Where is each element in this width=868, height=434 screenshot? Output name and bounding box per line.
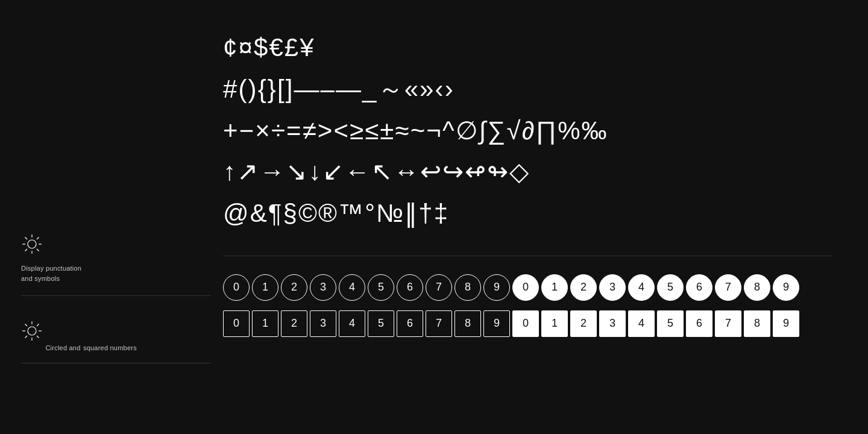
circled-8-outline: 8 <box>454 274 481 301</box>
sidebar-block-circled: Circled and squared numbers <box>21 296 190 353</box>
symbol-row-1: ¢¤$€£¥ <box>223 30 832 66</box>
circled-1-outline: 1 <box>252 274 278 301</box>
svg-line-5 <box>25 237 28 240</box>
svg-line-8 <box>25 249 28 251</box>
sun-icon-2 <box>21 320 43 342</box>
svg-line-16 <box>37 324 39 327</box>
circled-6-outline: 6 <box>397 274 423 301</box>
symbol-row-2: #(){}[]—–—_～«»‹› <box>223 72 832 107</box>
squared-7-filled: 7 <box>715 310 741 337</box>
symbol-row-5: @&¶§©®™°№‖†‡ <box>223 196 832 231</box>
circled-9-outline: 9 <box>483 274 510 301</box>
section-label-circled2: squared numbers <box>83 344 137 351</box>
circled-section: 0 1 2 3 4 5 6 7 8 9 0 1 2 3 4 5 6 7 8 9 <box>223 262 832 359</box>
circled-4-filled: 4 <box>628 274 655 301</box>
circled-3-outline: 3 <box>310 274 336 301</box>
squared-8-outline: 8 <box>454 310 481 337</box>
circled-1-filled: 1 <box>541 274 568 301</box>
svg-point-9 <box>28 327 36 335</box>
squared-0-outline: 0 <box>223 310 250 337</box>
circled-9-filled: 9 <box>773 274 799 301</box>
squared-2-outline: 2 <box>281 310 307 337</box>
circled-4-outline: 4 <box>339 274 365 301</box>
circled-2-outline: 2 <box>281 274 307 301</box>
circled-7-outline: 7 <box>426 274 452 301</box>
section-label-punctuation: Display punctuation <box>21 263 190 274</box>
circled-8-filled: 8 <box>744 274 770 301</box>
squared-2-filled: 2 <box>570 310 597 337</box>
symbol-row-4: ↑↗→↘↓↙←↖↔↩↪↫↬◇ <box>223 154 832 190</box>
svg-line-6 <box>37 249 39 251</box>
squared-4-outline: 4 <box>339 310 365 337</box>
squared-6-filled: 6 <box>686 310 712 337</box>
squared-3-filled: 3 <box>599 310 626 337</box>
content-area: ¢¤$€£¥ #(){}[]—–—_～«»‹› +−×÷=≠><≥≤±≈~¬^∅… <box>211 0 868 434</box>
squared-numbers-row: 0 1 2 3 4 5 6 7 8 9 0 1 2 3 4 5 6 7 8 9 <box>223 310 832 337</box>
circled-5-outline: 5 <box>368 274 394 301</box>
squared-0-filled: 0 <box>512 310 539 337</box>
svg-point-0 <box>28 240 36 248</box>
symbol-row-3: +−×÷=≠><≥≤±≈~¬^∅∫∑√∂∏%‰ <box>223 113 832 149</box>
squared-1-filled: 1 <box>541 310 568 337</box>
squared-6-outline: 6 <box>397 310 423 337</box>
section-label-punctuation2: and symbols <box>21 274 190 284</box>
circled-0-filled: 0 <box>512 274 539 301</box>
squared-5-outline: 5 <box>368 310 394 337</box>
circled-5-filled: 5 <box>657 274 684 301</box>
squared-8-filled: 8 <box>744 310 770 337</box>
circled-numbers-row: 0 1 2 3 4 5 6 7 8 9 0 1 2 3 4 5 6 7 8 9 <box>223 274 832 301</box>
squared-1-outline: 1 <box>252 310 278 337</box>
divider-content <box>223 256 832 256</box>
svg-line-15 <box>37 336 39 338</box>
svg-line-17 <box>25 336 28 338</box>
squared-5-filled: 5 <box>657 310 684 337</box>
page-container: Display punctuation and symbols Circled … <box>0 0 868 434</box>
squared-7-outline: 7 <box>426 310 452 337</box>
squared-3-outline: 3 <box>310 310 336 337</box>
svg-line-7 <box>37 237 39 240</box>
circled-3-filled: 3 <box>599 274 626 301</box>
divider-2 <box>21 363 211 363</box>
circled-7-filled: 7 <box>715 274 741 301</box>
circled-2-filled: 2 <box>570 274 597 301</box>
circled-0-outline: 0 <box>223 274 250 301</box>
sidebar: Display punctuation and symbols Circled … <box>0 0 211 434</box>
symbol-section: ¢¤$€£¥ #(){}[]—–—_～«»‹› +−×÷=≠><≥≤±≈~¬^∅… <box>223 18 832 250</box>
squared-9-outline: 9 <box>483 310 510 337</box>
sun-icon <box>21 233 43 255</box>
squared-9-filled: 9 <box>773 310 799 337</box>
sidebar-block-punctuation: Display punctuation and symbols <box>21 12 190 295</box>
circled-6-filled: 6 <box>686 274 712 301</box>
svg-line-14 <box>25 324 28 327</box>
squared-4-filled: 4 <box>628 310 655 337</box>
section-label-circled: Circled and <box>45 344 80 351</box>
